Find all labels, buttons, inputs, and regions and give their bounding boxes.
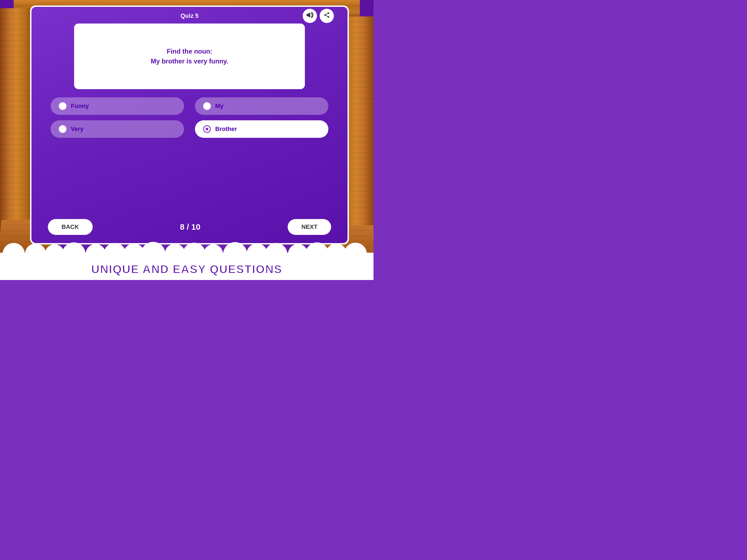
share-button[interactable] <box>319 9 334 23</box>
radio-funny <box>59 102 67 110</box>
svg-point-0 <box>328 12 329 14</box>
sound-button[interactable] <box>303 9 317 23</box>
svg-point-2 <box>328 16 329 18</box>
option-my[interactable]: My <box>195 97 328 115</box>
radio-inner-brother <box>206 128 208 130</box>
option-label-my: My <box>215 103 224 110</box>
option-funny[interactable]: Funny <box>51 97 184 115</box>
question-box: Find the noun: My brother is very funny. <box>74 24 305 89</box>
svg-line-3 <box>326 14 328 15</box>
share-icon <box>324 12 330 20</box>
options-grid: Funny My Very Brother <box>45 97 334 138</box>
header-icons <box>303 9 334 23</box>
question-line1: Find the noun: <box>167 48 212 55</box>
radio-brother <box>203 125 211 133</box>
speaker-icon <box>306 12 313 20</box>
wood-plank-left <box>0 8 33 247</box>
radio-my <box>203 102 211 110</box>
svg-line-4 <box>326 15 328 17</box>
bottom-nav: BACK 8 / 10 NEXT <box>45 219 334 235</box>
header-row: Quiz 5 <box>45 12 334 19</box>
quiz-title: Quiz 5 <box>180 12 199 19</box>
question-text: Find the noun: My brother is very funny. <box>151 47 228 66</box>
option-brother[interactable]: Brother <box>195 120 328 138</box>
next-button[interactable]: NEXT <box>288 219 331 235</box>
back-button[interactable]: BACK <box>48 219 93 235</box>
option-very[interactable]: Very <box>51 120 184 138</box>
option-label-brother: Brother <box>215 126 237 133</box>
radio-very <box>59 125 67 133</box>
progress-indicator: 8 / 10 <box>180 222 200 232</box>
question-line2: My brother is very funny. <box>151 57 228 65</box>
option-label-funny: Funny <box>71 103 89 110</box>
svg-point-1 <box>324 14 326 16</box>
quiz-card: Quiz 5 <box>30 5 349 245</box>
tagline: UNIQUE AND EASY QUESTIONS <box>0 263 374 276</box>
option-label-very: Very <box>71 126 84 133</box>
